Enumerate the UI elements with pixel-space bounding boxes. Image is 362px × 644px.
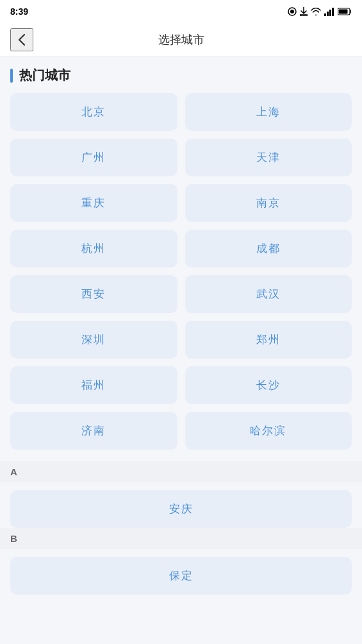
- svg-rect-2: [324, 13, 326, 16]
- header-title: 选择城市: [158, 32, 204, 47]
- hot-city-button[interactable]: 重庆: [10, 184, 177, 222]
- hot-city-button[interactable]: 上海: [185, 93, 352, 131]
- signal-icon: [324, 8, 334, 16]
- battery-icon: [338, 8, 352, 15]
- hot-cities-title: 热门城市: [19, 67, 70, 84]
- hot-city-button[interactable]: 武汉: [185, 275, 352, 313]
- hot-city-button[interactable]: 成都: [185, 230, 352, 267]
- alpha-city-button[interactable]: 安庆: [10, 490, 352, 528]
- hot-city-button[interactable]: 杭州: [10, 230, 177, 267]
- section-bar-accent: [10, 69, 13, 83]
- hot-city-button[interactable]: 天津: [185, 139, 352, 176]
- alpha-letter-label: B: [0, 528, 362, 549]
- hot-city-button[interactable]: 深圳: [10, 321, 177, 359]
- hot-city-button[interactable]: 郑州: [185, 321, 352, 359]
- hot-city-button[interactable]: 济南: [10, 412, 177, 450]
- hot-city-button[interactable]: 北京: [10, 93, 177, 131]
- hot-cities-grid: 北京上海广州天津重庆南京杭州成都西安武汉深圳郑州福州长沙济南哈尔滨: [10, 93, 352, 450]
- hot-city-button[interactable]: 广州: [10, 139, 177, 176]
- download-icon: [300, 7, 308, 16]
- status-time: 8:39: [10, 6, 28, 17]
- hot-cities-section-header: 热门城市: [10, 67, 352, 84]
- hot-city-button[interactable]: 西安: [10, 275, 177, 313]
- svg-rect-3: [327, 12, 329, 16]
- main-content: 热门城市 北京上海广州天津重庆南京杭州成都西安武汉深圳郑州福州长沙济南哈尔滨 A…: [0, 56, 362, 605]
- header: 选择城市: [0, 23, 362, 56]
- alpha-city-button[interactable]: 保定: [10, 557, 352, 595]
- svg-rect-4: [329, 10, 331, 16]
- hot-city-button[interactable]: 哈尔滨: [185, 412, 352, 450]
- status-bar: 8:39: [0, 0, 362, 23]
- svg-point-1: [290, 10, 294, 13]
- alpha-sections: A安庆B保定: [10, 461, 352, 595]
- alpha-letter-label: A: [0, 461, 362, 482]
- status-icons: [288, 7, 352, 16]
- wifi-icon: [311, 8, 321, 15]
- svg-rect-5: [332, 8, 334, 16]
- hot-city-button[interactable]: 福州: [10, 366, 177, 404]
- svg-rect-7: [339, 10, 348, 14]
- notification-icon: [288, 7, 297, 16]
- back-button[interactable]: [10, 28, 33, 51]
- hot-city-button[interactable]: 长沙: [185, 366, 352, 404]
- hot-city-button[interactable]: 南京: [185, 184, 352, 222]
